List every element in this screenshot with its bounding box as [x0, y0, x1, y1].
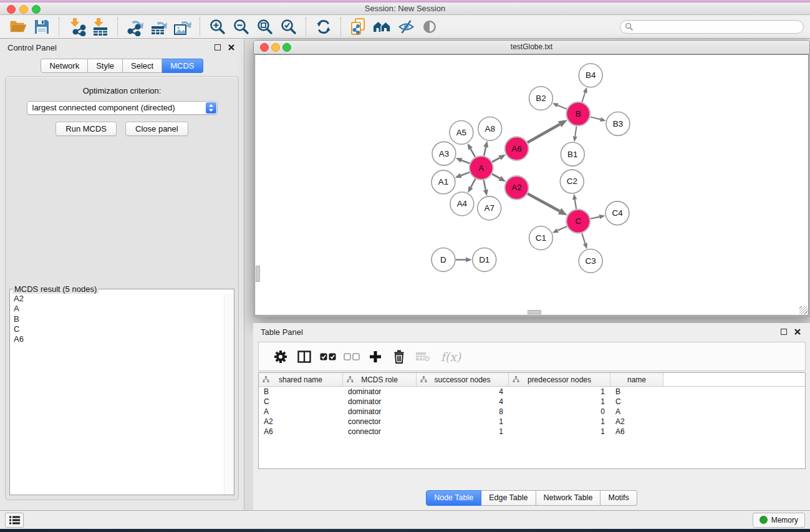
- graph-edge[interactable]: [575, 200, 576, 209]
- tab-edge-table[interactable]: Edge Table: [481, 490, 536, 506]
- column-header[interactable]: shared name: [259, 373, 343, 386]
- resize-grip[interactable]: [799, 306, 808, 314]
- table-cell[interactable]: 4: [417, 397, 509, 407]
- delete-table-button[interactable]: [411, 346, 435, 368]
- table-cell[interactable]: 1: [509, 417, 610, 427]
- table-cell[interactable]: dominator: [343, 407, 417, 417]
- export-image-button[interactable]: [171, 16, 195, 37]
- first-neighbors-button[interactable]: [370, 16, 394, 37]
- tab-style[interactable]: Style: [88, 59, 123, 73]
- column-header[interactable]: successor nodes: [417, 373, 509, 386]
- mcds-result-item[interactable]: A6: [10, 334, 224, 344]
- table-row[interactable]: Adominator80A: [259, 407, 805, 417]
- memory-button[interactable]: Memory: [753, 513, 805, 528]
- graph-edge[interactable]: [575, 126, 576, 136]
- result-scrollbar[interactable]: [224, 294, 234, 495]
- table-cell[interactable]: B: [259, 387, 343, 397]
- table-row[interactable]: Bdominator41B: [259, 387, 805, 397]
- run-mcds-button[interactable]: Run MCDS: [55, 122, 117, 136]
- save-session-button[interactable]: [30, 16, 54, 37]
- export-table-button[interactable]: [147, 16, 171, 37]
- table-cell[interactable]: 1: [509, 427, 610, 437]
- table-cell[interactable]: dominator: [343, 387, 417, 397]
- zoom-fit-button[interactable]: [253, 16, 277, 37]
- table-cell[interactable]: C: [259, 397, 343, 407]
- column-header[interactable]: MCDS role: [343, 373, 417, 386]
- tab-motifs[interactable]: Motifs: [600, 490, 637, 506]
- column-header[interactable]: name: [610, 373, 663, 386]
- graph-edge[interactable]: [461, 160, 470, 163]
- column-header[interactable]: predecessor nodes: [509, 373, 610, 386]
- new-network-from-selection-button[interactable]: [347, 16, 370, 37]
- zoom-selected-button[interactable]: [277, 16, 301, 37]
- table-cell[interactable]: A6: [610, 427, 663, 437]
- add-column-button[interactable]: [364, 346, 387, 368]
- delete-columns-button[interactable]: [387, 346, 411, 368]
- table-cell[interactable]: C: [610, 397, 663, 407]
- graph-edge[interactable]: [557, 105, 567, 109]
- close-panel-button[interactable]: [226, 42, 236, 52]
- graph-edge[interactable]: [528, 194, 559, 211]
- table-cell[interactable]: dominator: [343, 397, 417, 407]
- close-table-panel-button[interactable]: [793, 327, 803, 337]
- task-history-button[interactable]: [5, 513, 24, 528]
- float-table-panel-button[interactable]: [779, 327, 789, 337]
- table-cell[interactable]: connector: [343, 427, 417, 437]
- graph-edge[interactable]: [471, 179, 475, 188]
- zoom-out-button[interactable]: [229, 16, 253, 37]
- mcds-result-item[interactable]: C: [10, 324, 224, 334]
- table-cell[interactable]: connector: [343, 417, 417, 427]
- tab-network-table[interactable]: Network Table: [536, 490, 601, 506]
- graph-edge[interactable]: [492, 158, 499, 162]
- search-input[interactable]: [620, 20, 804, 34]
- table-row[interactable]: Cdominator41C: [259, 397, 805, 407]
- function-builder-button[interactable]: f(x): [435, 346, 467, 368]
- table-cell[interactable]: 4: [417, 387, 509, 397]
- graph-edge[interactable]: [471, 149, 475, 157]
- graph-edge[interactable]: [461, 172, 470, 175]
- hide-selected-button[interactable]: [394, 16, 418, 37]
- tab-mcds[interactable]: MCDS: [162, 59, 203, 73]
- graph-edge[interactable]: [591, 217, 600, 219]
- graph-edge[interactable]: [528, 124, 560, 142]
- network-canvas[interactable]: B4B2BB3A5A8A6A3B1AA1C2A2A4A7C4CC1C3DD1: [254, 54, 809, 316]
- show-all-hidden-button[interactable]: [418, 16, 441, 37]
- table-cell[interactable]: 8: [417, 407, 509, 417]
- table-cell[interactable]: 1: [509, 397, 610, 407]
- table-cell[interactable]: A: [259, 407, 343, 417]
- graph-edge[interactable]: [591, 117, 600, 119]
- zoom-in-button[interactable]: [206, 16, 229, 37]
- graph-edge[interactable]: [484, 147, 486, 156]
- apply-layout-button[interactable]: [312, 16, 335, 37]
- mcds-result-list[interactable]: A2ABCA6: [10, 294, 224, 495]
- table-cell[interactable]: 1: [417, 427, 509, 437]
- deselect-all-button[interactable]: [340, 346, 364, 368]
- table-cell[interactable]: A2: [610, 417, 663, 427]
- table-cell[interactable]: A6: [259, 427, 343, 437]
- vertical-scroll-thumb[interactable]: [256, 266, 260, 282]
- tab-select[interactable]: Select: [123, 59, 162, 73]
- open-session-button[interactable]: [6, 16, 30, 37]
- tab-network[interactable]: Network: [41, 59, 88, 73]
- show-columns-button[interactable]: [292, 346, 316, 368]
- float-panel-button[interactable]: [213, 42, 223, 52]
- tab-node-table[interactable]: Node Table: [426, 490, 481, 506]
- import-network-button[interactable]: [65, 16, 89, 37]
- horizontal-scroll-thumb[interactable]: [528, 310, 541, 314]
- graph-edge[interactable]: [492, 174, 499, 178]
- table-cell[interactable]: B: [610, 387, 663, 397]
- table-cell[interactable]: A: [610, 407, 663, 417]
- graph-edge[interactable]: [582, 233, 585, 244]
- graph-edge[interactable]: [582, 92, 585, 102]
- mcds-result-item[interactable]: B: [10, 314, 224, 324]
- table-row[interactable]: A2connector11A2: [259, 417, 805, 427]
- table-row[interactable]: A6connector11A6: [259, 427, 805, 437]
- select-all-button[interactable]: [316, 346, 340, 368]
- criterion-select[interactable]: largest connected component (directed): [27, 101, 218, 115]
- close-panel-action-button[interactable]: Close panel: [125, 122, 188, 136]
- import-table-button[interactable]: [89, 16, 112, 37]
- graph-edge[interactable]: [484, 180, 486, 190]
- table-cell[interactable]: 1: [417, 417, 509, 427]
- table-cell[interactable]: A2: [259, 417, 343, 427]
- graph-edge[interactable]: [557, 226, 567, 231]
